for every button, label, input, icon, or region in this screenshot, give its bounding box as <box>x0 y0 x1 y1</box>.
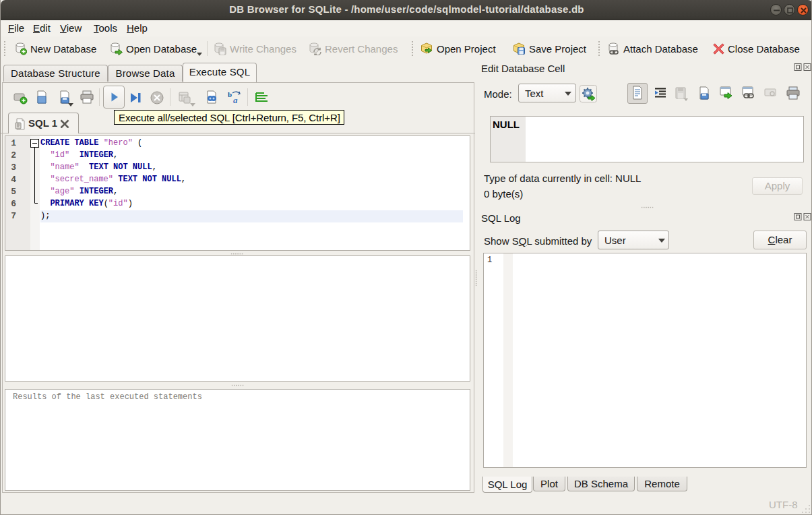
svg-text:b: b <box>228 90 232 98</box>
svg-text:a: a <box>233 95 238 105</box>
